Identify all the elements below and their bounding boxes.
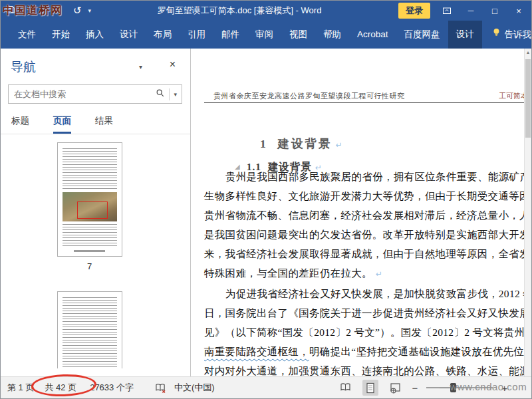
save-icon[interactable] [6, 5, 15, 17]
navigation-header: 导航 ▾ × [1, 49, 190, 76]
tab-design[interactable]: 设计 [112, 21, 146, 49]
proofing-status-icon[interactable] [155, 383, 166, 393]
body-line: 南重要陆路交通枢纽，明确提出“坚持把交通基础设施建设放在优先位置，建 [204, 342, 524, 361]
scroll-up-icon[interactable]: ▴ [525, 49, 531, 55]
paragraph-mark: ↵ [376, 269, 382, 279]
tab-acrobat[interactable]: Acrobat [349, 21, 396, 49]
minimize-button[interactable]: ─ [464, 6, 478, 15]
word-window: ↺ ▾ 罗甸至望谟工可简本.doc [兼容模式] - Word 登录 ─ □ ×… [0, 0, 532, 399]
body-line: 生物多样性良好、文化旅游开发潜力大等优势，但由于长期受交通等因素的制约 [204, 186, 524, 205]
page-thumbnail-list: 7 [1, 142, 190, 368]
body-line: 对内对外大通道，加强贯通东西、连接南北的公路、铁路、水运、能源大通 [204, 361, 524, 376]
web-layout-button[interactable] [387, 380, 403, 396]
page-indicator[interactable]: 第 1 页 [7, 382, 34, 394]
body-line: 特殊困难，与全国的差距仍在拉大。↵ [204, 263, 524, 284]
page-count[interactable]: 共 42 页 [45, 382, 76, 394]
page-thumbnail-8[interactable] [57, 291, 122, 368]
page-header-text: 贵州省余庆至安龙高速公路罗甸至望谟段工程可行性研究 [213, 91, 405, 101]
tab-help[interactable]: 帮助 [315, 21, 349, 49]
ribbon-tab-bar: 文件 开始 插入 设计 布局 引用 邮件 审阅 视图 帮助 Acrobat 百度… [1, 21, 531, 49]
ribbon-display-options-icon[interactable] [440, 5, 454, 17]
search-icon[interactable] [156, 88, 165, 100]
tab-references[interactable]: 引用 [180, 21, 213, 49]
thumbnail-text-block [63, 148, 117, 190]
status-bar: 第 1 页 共 42 页 27633 个字 中文(中国) − + [1, 376, 531, 398]
status-bar-right: − + [338, 380, 507, 396]
body-line: 是我国贫困问题最突出的欠发达省份。改革开放特别是实施西部大开发战略 [204, 225, 524, 244]
thumbnail-text-block [63, 224, 117, 247]
tab-tell-me[interactable]: 告诉我 [482, 21, 532, 49]
body-line: 日，国务院出台了《国务院关于进一步促进贵州经济社会又好又快发展的若干 [204, 303, 524, 323]
word-count[interactable]: 27633 个字 [90, 382, 134, 394]
nav-tab-results[interactable]: 结果 [95, 115, 113, 134]
document-area: 贵州省余庆至安龙高速公路罗甸至望谟段工程可行性研究 工可简本 1 建设背景↵ ◢… [192, 49, 531, 376]
body-line-text: 明确提出“坚持把交通基础设施建设放在优先位置，建 [309, 346, 524, 357]
tab-layout[interactable]: 布局 [146, 21, 180, 49]
navigation-title: 导航 [11, 60, 36, 74]
navigation-pane: 导航 ▾ × ▾ 标题 页面 结果 7 [1, 49, 191, 376]
document-search-input[interactable] [14, 89, 156, 99]
scrollbar-thumb[interactable] [525, 59, 531, 138]
tab-baidu-netdisk[interactable]: 百度网盘 [396, 21, 448, 49]
thumbnail-caption-line [74, 250, 106, 252]
page-header-rule [204, 102, 524, 103]
photo-highlight-box [77, 201, 108, 219]
search-dropdown-icon[interactable]: ▾ [174, 91, 177, 98]
tab-insert[interactable]: 插入 [78, 21, 112, 49]
zoom-out-button[interactable]: − [412, 382, 418, 394]
zoom-slider[interactable] [426, 387, 493, 388]
body-line: 为促进我省经济社会又好又快发展，是加快脱贫致富步伐，2012 年 1 月 [204, 284, 524, 303]
undo-icon[interactable]: ↺ [73, 5, 82, 17]
tab-design-active[interactable]: 设计 [448, 21, 482, 49]
tab-review[interactable]: 审阅 [247, 21, 281, 49]
qat-dropdown-icon[interactable]: ▾ [88, 7, 92, 14]
document-body-text[interactable]: 贵州是我国西部多民族聚居的省份，拥有区位条件重要、能源矿产资源富 生物多样性良好… [204, 167, 524, 376]
lightbulb-icon [491, 21, 501, 49]
read-mode-button[interactable] [338, 380, 354, 396]
body-line: 来，我省经济社会发展取得显著成就，但由于自然地理等原因，全省发展仍存 [204, 244, 524, 263]
body-line-text: 特殊困难，与全国的差距仍在拉大。 [204, 267, 372, 279]
nav-tab-headings[interactable]: 标题 [11, 115, 29, 134]
document-page[interactable]: 贵州省余庆至安龙高速公路罗甸至望谟段工程可行性研究 工可简本 1 建设背景↵ ◢… [192, 49, 524, 376]
body-line: 见》（以下简称“国发〔2012〕2 号文”）。国发〔2012〕2 号文将贵州定位… [204, 323, 524, 342]
thumbnail-page-number: 7 [87, 261, 92, 271]
body-line: 贵州省物流不畅、信息闭塞，经济社会发展相对滞后，经济总量小，人均水平 [204, 205, 524, 225]
grammar-squiggle-text: 南重要陆路交通枢纽， [204, 346, 309, 357]
tab-view[interactable]: 视图 [281, 21, 315, 49]
paragraph-mark: ↵ [336, 140, 344, 150]
tab-mailings[interactable]: 邮件 [213, 21, 247, 49]
nav-tab-pages[interactable]: 页面 [53, 115, 71, 134]
thumbnail-text-block [63, 297, 117, 368]
vertical-scrollbar[interactable]: ▴ [524, 49, 531, 376]
nav-pane-close-icon[interactable]: × [170, 59, 176, 70]
search-box-separator [169, 88, 170, 100]
tell-me-label: 告诉我 [505, 21, 532, 49]
zoom-in-button[interactable]: + [501, 382, 507, 394]
nav-pane-dropdown-icon[interactable]: ▾ [139, 63, 142, 70]
print-layout-button[interactable] [362, 380, 378, 396]
quick-access-toolbar: ↺ ▾ [6, 1, 91, 21]
zoom-slider-thumb[interactable] [450, 383, 456, 392]
close-button[interactable]: × [511, 6, 526, 16]
title-bar-controls: 登录 ─ □ × [398, 1, 526, 21]
title-bar: ↺ ▾ 罗甸至望谟工可简本.doc [兼容模式] - Word 登录 ─ □ × [1, 1, 531, 21]
page-header-right-text: 工可简本 [499, 91, 524, 101]
maximize-button[interactable]: □ [487, 6, 502, 16]
language-indicator[interactable]: 中文(中国) [174, 382, 215, 394]
nav-search-box[interactable]: ▾ [8, 84, 182, 104]
sign-in-button[interactable]: 登录 [398, 3, 430, 19]
body-line: 贵州是我国西部多民族聚居的省份，拥有区位条件重要、能源矿产资源富 [204, 167, 524, 186]
tab-home[interactable]: 开始 [44, 21, 78, 49]
navigation-tabs: 标题 页面 结果 [1, 115, 190, 134]
tab-file[interactable]: 文件 [10, 21, 44, 49]
window-title: 罗甸至望谟工可简本.doc [兼容模式] - Word [107, 1, 372, 21]
page-thumbnail-7[interactable] [57, 142, 122, 257]
thumbnail-photo [63, 192, 117, 221]
